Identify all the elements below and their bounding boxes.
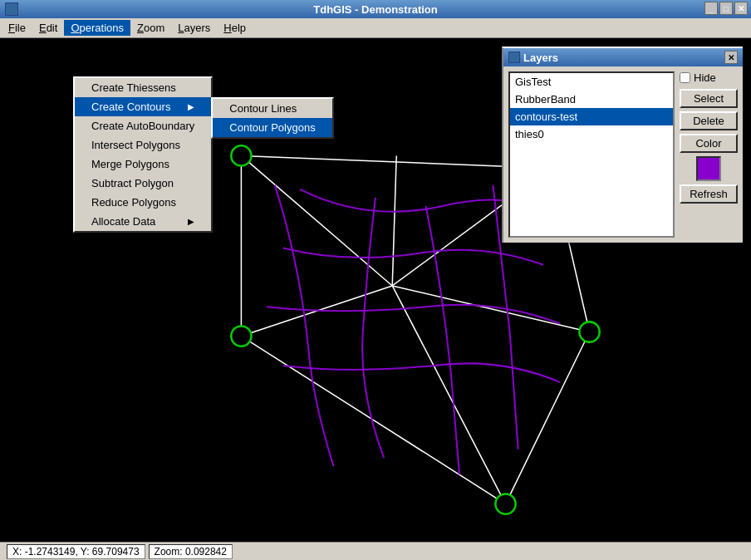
menu-file-label: File — [8, 22, 26, 34]
menu-operations[interactable]: Operations — [64, 20, 130, 36]
close-button[interactable]: ✕ — [734, 2, 748, 15]
menu-item-create-thiessens[interactable]: Create Thiessens — [75, 78, 211, 97]
refresh-button[interactable]: Refresh — [680, 184, 738, 204]
contours-submenu: Contour Lines Contour Polygons — [211, 97, 333, 139]
hide-checkbox[interactable] — [680, 72, 690, 83]
statusbar: X: -1.2743149, Y: 69.709473 Zoom: 0.0928… — [0, 542, 751, 560]
subtract-polygon-label: Subtract Polygon — [91, 177, 174, 189]
layers-list[interactable]: GisTest RubberBand contours-test thies0 — [508, 71, 675, 238]
titlebar-controls: _ □ ✕ — [704, 2, 748, 15]
menu-edit-label: Edit — [39, 22, 57, 34]
menu-file[interactable]: File — [2, 20, 32, 36]
reduce-polygons-label: Reduce Polygons — [91, 196, 176, 209]
svg-point-11 — [231, 326, 251, 346]
svg-line-1 — [241, 155, 392, 286]
menu-item-intersect-polygons[interactable]: Intersect Polygons — [75, 135, 211, 155]
maximize-button[interactable]: □ — [719, 2, 733, 15]
contour-lines-label: Contour Lines — [229, 102, 297, 115]
zoom-display: Zoom: 0.092842 — [149, 544, 233, 559]
layers-titlebar: Layers ✕ — [503, 48, 743, 66]
svg-point-10 — [495, 494, 515, 513]
menu-layers[interactable]: Layers — [171, 20, 217, 36]
menu-item-merge-polygons[interactable]: Merge Polygons — [75, 155, 211, 174]
create-autobioundary-label: Create AutoBoundary — [91, 120, 194, 132]
layers-close-button[interactable]: ✕ — [724, 51, 738, 64]
coordinates-display: X: -1.2743149, Y: 69.709473 — [7, 544, 145, 559]
create-thiessens-label: Create Thiessens — [91, 81, 176, 94]
intersect-polygons-label: Intersect Polygons — [91, 139, 180, 151]
layer-item-thies0[interactable]: thies0 — [510, 125, 673, 143]
layer-item-contours-test[interactable]: contours-test — [510, 108, 673, 125]
menu-layers-label: Layers — [178, 22, 210, 34]
layers-panel-title: Layers — [523, 52, 558, 64]
delete-button[interactable]: Delete — [680, 111, 738, 130]
main-area: Create Thiessens Create Contours ▶ Conto… — [0, 38, 751, 542]
hide-row: Hide — [680, 71, 738, 84]
menu-help-label: Help — [223, 22, 246, 34]
layers-panel: Layers ✕ GisTest RubberBand contours-tes… — [502, 47, 743, 243]
svg-point-7 — [231, 145, 251, 165]
menubar: File Edit Operations Zoom Layers Help — [0, 18, 751, 38]
app-title: TdhGIS - Demonstration — [313, 3, 438, 16]
layers-content: GisTest RubberBand contours-test thies0 … — [503, 66, 743, 243]
layer-item-gistest[interactable]: GisTest — [510, 73, 673, 91]
titlebar: TdhGIS - Demonstration _ □ ✕ — [0, 0, 751, 18]
menu-zoom[interactable]: Zoom — [130, 20, 171, 36]
menu-item-subtract-polygon[interactable]: Subtract Polygon — [75, 174, 211, 193]
menu-zoom-label: Zoom — [137, 22, 164, 34]
menu-help[interactable]: Help — [217, 20, 253, 36]
minimize-button[interactable]: _ — [704, 2, 718, 15]
menu-item-create-autobioundary[interactable]: Create AutoBoundary — [75, 116, 211, 135]
contour-polygons-label: Contour Polygons — [229, 121, 315, 134]
submenu-item-contour-polygons[interactable]: Contour Polygons — [213, 118, 331, 137]
svg-point-9 — [579, 322, 599, 341]
create-contours-label: Create Contours — [91, 101, 170, 113]
menu-item-create-contours[interactable]: Create Contours ▶ Contour Lines Contour … — [75, 97, 211, 116]
layer-rubberband-label: RubberBand — [515, 93, 576, 106]
svg-line-6 — [392, 155, 396, 286]
select-button[interactable]: Select — [680, 89, 738, 108]
menu-operations-label: Operations — [71, 22, 124, 34]
menu-edit[interactable]: Edit — [32, 20, 64, 36]
layer-contourstest-label: contours-test — [515, 111, 577, 123]
layer-thies0-label: thies0 — [515, 128, 544, 140]
layer-gistest-label: GisTest — [515, 76, 551, 88]
menu-item-reduce-polygons[interactable]: Reduce Polygons — [75, 193, 211, 212]
color-button[interactable]: Color — [680, 134, 738, 153]
app-icon — [5, 2, 18, 16]
merge-polygons-label: Merge Polygons — [91, 158, 169, 170]
submenu-arrow-allocate: ▶ — [188, 217, 194, 226]
svg-line-3 — [392, 286, 589, 332]
color-swatch[interactable] — [696, 156, 721, 181]
hide-label[interactable]: Hide — [694, 71, 716, 84]
layers-panel-icon — [508, 52, 520, 63]
operations-dropdown: Create Thiessens Create Contours ▶ Conto… — [73, 76, 213, 233]
layers-buttons: Hide Select Delete Color Refresh — [680, 71, 738, 238]
allocate-data-label: Allocate Data — [91, 215, 155, 228]
svg-line-4 — [392, 286, 505, 504]
submenu-arrow-contours: ▶ — [188, 102, 194, 111]
menu-item-allocate-data[interactable]: Allocate Data ▶ — [75, 212, 211, 231]
layer-item-rubberband[interactable]: RubberBand — [510, 91, 673, 108]
submenu-item-contour-lines[interactable]: Contour Lines — [213, 99, 331, 118]
